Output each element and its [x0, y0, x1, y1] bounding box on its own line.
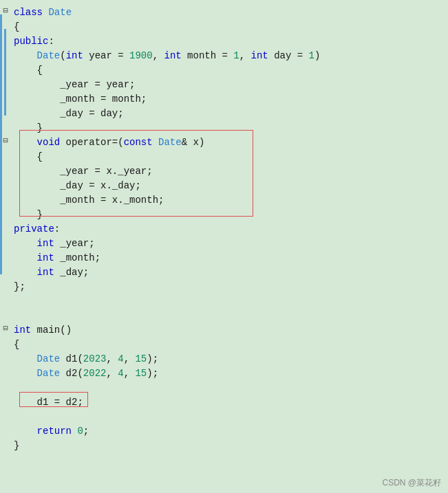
code-container: ⊟class Date{public: Date(int year = 1900…: [0, 0, 448, 493]
code-text: class Date: [11, 6, 448, 20]
fold-icon[interactable]: ⊟: [0, 323, 11, 333]
code-text: [11, 410, 448, 424]
code-line: {: [0, 63, 448, 78]
code-text: [11, 294, 448, 309]
code-line: public:: [0, 34, 448, 49]
code-line: }: [0, 208, 448, 222]
code-line: }: [0, 439, 448, 453]
code-text: void operator=(const Date& x): [11, 135, 448, 150]
code-text: {: [11, 63, 448, 78]
code-line: int _month;: [0, 251, 448, 265]
code-text: d1 = d2;: [11, 395, 448, 410]
code-line: return 0;: [0, 424, 448, 439]
code-text: _month = x._month;: [11, 193, 448, 208]
code-line: ⊟class Date: [0, 6, 448, 20]
code-text: }: [11, 439, 448, 453]
code-text: };: [11, 280, 448, 294]
code-line: [0, 309, 448, 323]
code-line: private:: [0, 222, 448, 237]
code-line: {: [0, 338, 448, 352]
code-line: _month = month;: [0, 92, 448, 107]
code-line: };: [0, 280, 448, 294]
code-line: _month = x._month;: [0, 193, 448, 208]
code-text: Date(int year = 1900, int month = 1, int…: [11, 49, 448, 63]
code-line: d1 = d2;: [0, 395, 448, 410]
code-line: _year = year;: [0, 78, 448, 92]
code-text: int main(): [11, 323, 448, 338]
code-line: ⊟ void operator=(const Date& x): [0, 135, 448, 150]
code-line: _year = x._year;: [0, 164, 448, 179]
code-line: Date d1(2023, 4, 15);: [0, 352, 448, 366]
fold-bar-1: [0, 14, 2, 274]
code-line: {: [0, 150, 448, 164]
code-text: _year = year;: [11, 78, 448, 92]
fold-bar-2: [4, 29, 6, 116]
code-text: return 0;: [11, 424, 448, 439]
code-text: }: [11, 121, 448, 135]
code-line: int _day;: [0, 265, 448, 280]
code-line: [0, 294, 448, 309]
code-line: [0, 410, 448, 424]
code-line: Date d2(2022, 4, 15);: [0, 366, 448, 381]
watermark: CSDN @菜花籽: [382, 477, 441, 489]
code-text: int _month;: [11, 251, 448, 265]
code-text: [11, 309, 448, 323]
code-text: {: [11, 20, 448, 34]
code-text: _month = month;: [11, 92, 448, 107]
code-text: {: [11, 150, 448, 164]
code-line: }: [0, 121, 448, 135]
code-text: {: [11, 338, 448, 352]
code-text: public:: [11, 34, 448, 49]
code-text: int _year;: [11, 237, 448, 251]
code-text: Date d1(2023, 4, 15);: [11, 352, 448, 366]
code-line: _day = x._day;: [0, 179, 448, 193]
code-text: int _day;: [11, 265, 448, 280]
code-text: _day = day;: [11, 107, 448, 121]
code-line: [0, 381, 448, 395]
code-line: _day = day;: [0, 107, 448, 121]
code-text: _day = x._day;: [11, 179, 448, 193]
code-lines: ⊟class Date{public: Date(int year = 1900…: [0, 6, 448, 453]
code-text: }: [11, 208, 448, 222]
code-line: Date(int year = 1900, int month = 1, int…: [0, 49, 448, 63]
code-text: [11, 381, 448, 395]
code-text: private:: [11, 222, 448, 237]
code-text: _year = x._year;: [11, 164, 448, 179]
code-text: Date d2(2022, 4, 15);: [11, 366, 448, 381]
code-line: {: [0, 20, 448, 34]
code-line: int _year;: [0, 237, 448, 251]
code-line: ⊟int main(): [0, 323, 448, 338]
